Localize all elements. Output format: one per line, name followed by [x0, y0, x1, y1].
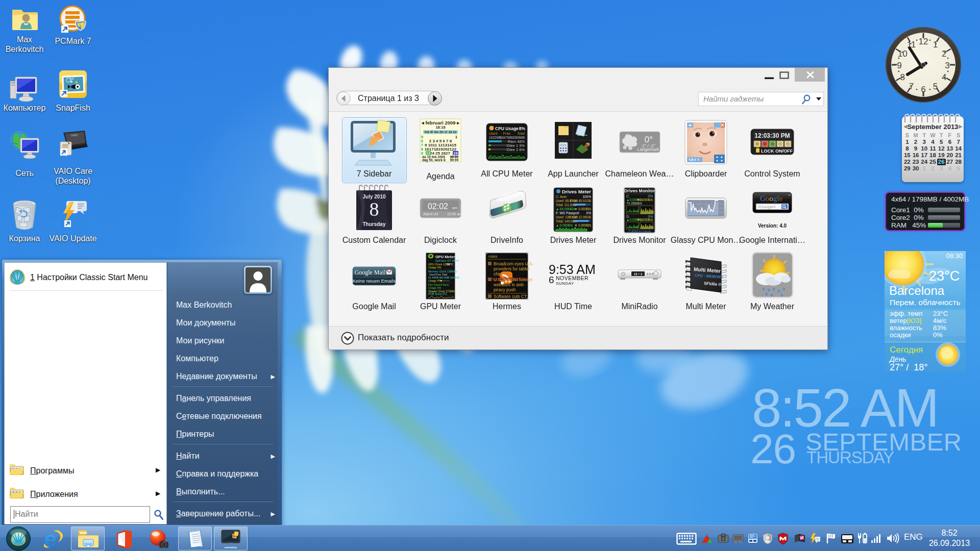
svg-text:99:99: 99:99	[450, 158, 458, 162]
svg-text:Version: 4.0: Version: 4.0	[758, 223, 787, 229]
svg-text:3: 3	[945, 61, 949, 70]
svg-text:PCB Temp 0°C: PCB Temp 0°C	[428, 292, 447, 295]
svg-text:▼0.000B/s: ▼0.000B/s	[636, 198, 653, 202]
svg-text:1422MB: 1422MB	[489, 136, 501, 139]
svg-text:Google: Google	[760, 194, 783, 203]
svg-text:Langemark: Langemark	[638, 147, 659, 152]
svg-text:▲ 0.000B/s: ▲ 0.000B/s	[556, 223, 573, 227]
svg-text:▼ 0.000B/s: ▼ 0.000B/s	[574, 223, 591, 227]
svg-text:Usage 4%: Usage 4%	[428, 279, 441, 282]
svg-text:1: 1	[933, 40, 938, 49]
svg-text:am: am	[452, 206, 457, 210]
svg-text:9: 9	[897, 61, 901, 70]
svg-text:CPU Usage: CPU Usage	[495, 126, 519, 131]
svg-text:Free: Free	[503, 132, 511, 135]
svg-text:websites in anti-: websites in anti-	[493, 282, 525, 287]
svg-text:SUNDAY: SUNDAY	[556, 281, 574, 286]
svg-text:Core 2 6%: Core 2 6%	[507, 147, 525, 152]
svg-text:rules: rules	[488, 254, 497, 259]
svg-text:Total: Total	[517, 132, 525, 135]
svg-text:▼ 0.000B/s: ▼ 0.000B/s	[574, 207, 591, 211]
svg-text:Usage 0%: Usage 0%	[428, 286, 441, 289]
svg-text:8: 8	[900, 72, 905, 82]
svg-text:NOVEMBER: NOVEMBER	[556, 275, 589, 281]
svg-text:74.35MB/s: 74.35MB/s	[626, 202, 643, 205]
svg-text:18:18: 18:18	[435, 125, 445, 130]
svg-text:0%: 0%	[586, 211, 592, 215]
svg-text:▮▮ ⏵ ▮: ▮▮ ⏵ ▮	[634, 272, 642, 276]
svg-text:GeForce GT 330M: GeForce GT 330M	[435, 259, 459, 262]
svg-text:10: 10	[898, 49, 908, 59]
svg-text:100%: 100%	[582, 195, 591, 198]
svg-text:Keine neuen Emails: Keine neuen Emails	[353, 278, 396, 284]
svg-text:™: ™	[788, 194, 791, 197]
svg-text:LOCK ON/OFF: LOCK ON/OFF	[761, 148, 793, 154]
svg-text:Thursday: Thursday	[362, 221, 385, 227]
svg-text:▼0.000B/s: ▼0.000B/s	[636, 218, 653, 221]
svg-text:VAIO: VAIO	[71, 134, 79, 137]
svg-text:7: 7	[909, 82, 914, 91]
svg-text:4: 4	[942, 72, 946, 82]
svg-text:12:03:30 PM: 12:03:30 PM	[754, 132, 790, 139]
svg-text:8%: 8%	[519, 126, 526, 131]
svg-text:Alarm U/t: Alarm U/t	[423, 212, 438, 216]
svg-text:5: 5	[933, 82, 938, 91]
svg-text:GPU Meter: GPU Meter	[435, 255, 455, 259]
svg-text:1647MB: 1647MB	[500, 136, 512, 139]
svg-text:12:00 am: 12:00 am	[447, 212, 462, 216]
svg-text:dag 50, week 8: dag 50, week 8	[422, 158, 446, 162]
svg-text:2: 2	[942, 49, 946, 59]
svg-text:© 2010 by Igogo: © 2010 by Igogo	[628, 230, 651, 233]
svg-text:ma di wo do vr za zo: ma di wo do vr za zo	[424, 130, 456, 134]
svg-text:≡Google≡: ≡Google≡	[758, 205, 776, 209]
svg-text:Drives Monitor: Drives Monitor	[624, 188, 655, 193]
svg-text:8: 8	[370, 198, 379, 220]
svg-text:Usage 0%: Usage 0%	[428, 266, 441, 269]
svg-text:Google Mail: Google Mail	[355, 269, 386, 276]
svg-text:providers for tablet: providers for tablet	[494, 266, 530, 271]
svg-text:3069MB: 3069MB	[512, 136, 525, 139]
svg-text:C:: C:	[626, 194, 630, 198]
svg-text:6: 6	[921, 85, 925, 94]
svg-text:02:02: 02:02	[428, 202, 448, 211]
svg-text:▲ 64.09MB/s: ▲ 64.09MB/s	[556, 207, 575, 211]
svg-text:piracy push: piracy push	[494, 287, 516, 292]
svg-text:Broadcom eyes U.S.: Broadcom eyes U.S.	[494, 261, 533, 266]
svg-text:Free: 12.95GB: Free: 12.95GB	[570, 215, 591, 219]
svg-text:Used: Used	[489, 132, 497, 135]
svg-text:55°C: 55°C	[447, 263, 453, 266]
svg-text:C: Acer: C: Acer	[556, 195, 567, 198]
svg-text:Drives Meter: Drives Meter	[562, 189, 591, 194]
svg-text:6: 6	[549, 274, 554, 285]
svg-text:0%: 0%	[648, 194, 653, 198]
svg-text:12: 12	[919, 37, 928, 46]
svg-text:U.S. may list foreign: U.S. may list foreign	[494, 277, 532, 282]
svg-text:F: WD Passport: F: WD Passport	[556, 211, 579, 215]
svg-text:Software cuts CT: Software cuts CT	[494, 294, 527, 299]
svg-text:Free: 45.91GB: Free: 45.91GB	[570, 199, 591, 203]
svg-text:9:53 AM: 9:53 AM	[549, 262, 596, 277]
svg-text:1: 1	[455, 135, 458, 139]
